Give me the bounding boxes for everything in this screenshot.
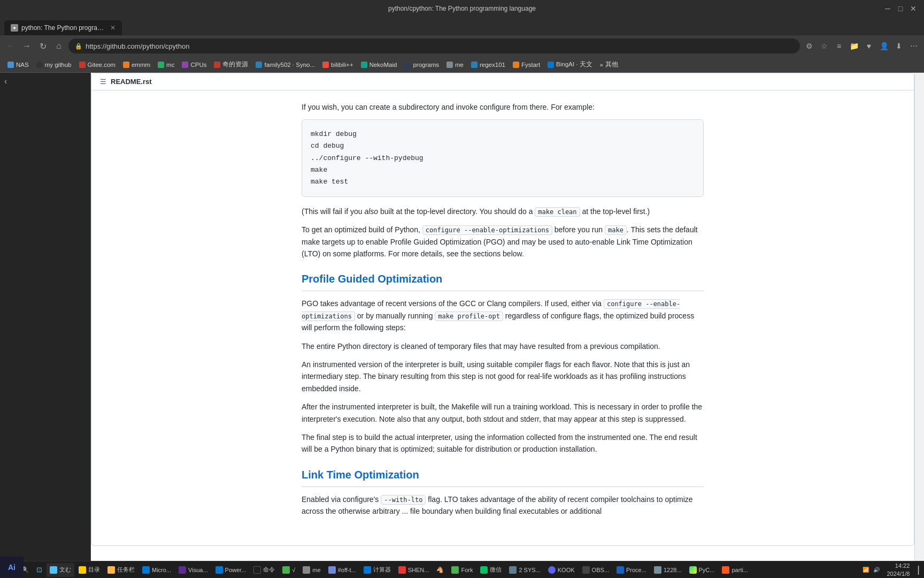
volume-icon[interactable]: 🔊	[872, 567, 881, 573]
taskbar-item-horse[interactable]: 🐴	[433, 563, 447, 577]
bookmark-qi[interactable]: 奇的资源	[211, 59, 251, 70]
address-bar: ← → ↻ ⌂ 🔒 https://github.com/python/cpyt…	[0, 35, 924, 57]
tab-favicon: ●	[11, 24, 18, 32]
para-lto-intro: Enabled via configure's --with-lto flag.…	[302, 493, 704, 518]
bookmark-bingai[interactable]: BingAI · 天文	[544, 59, 595, 70]
bookmark-programs[interactable]: programs	[401, 60, 442, 70]
power-label: Power...	[225, 567, 247, 573]
taskbar-item-visual[interactable]: Visua...	[175, 563, 211, 577]
show-desktop-button[interactable]: |	[915, 564, 922, 575]
tab-title: python: The Python programm...	[21, 24, 107, 32]
forward-button[interactable]: →	[20, 41, 33, 51]
sidebar-collapse-icon: ‹	[4, 77, 7, 86]
offt-icon	[328, 566, 336, 574]
readme-content: If you wish, you can create a subdirecto…	[289, 90, 717, 545]
minimize-button[interactable]: ─	[883, 4, 892, 13]
download-icon[interactable]: ⬇	[893, 42, 905, 50]
profile-icon[interactable]: 👤	[878, 42, 890, 50]
back-button[interactable]: ←	[4, 41, 17, 51]
taskbar-item-calc[interactable]: 计算器	[360, 563, 394, 577]
taskbar-item-obs[interactable]: OBS...	[579, 563, 612, 577]
cmd-icon	[253, 566, 261, 574]
taskbar-item-mulu[interactable]: 目录	[75, 563, 103, 577]
parti-label: parti...	[732, 567, 748, 573]
clock[interactable]: 14:22 2024/1/8	[883, 562, 913, 577]
taskbar-item-check[interactable]: √	[279, 563, 298, 577]
extensions-icon[interactable]: ⚙	[803, 42, 815, 50]
bookmark-fystart[interactable]: Fystart	[510, 60, 543, 70]
refresh-button[interactable]: ↻	[36, 41, 49, 51]
titlebar: python/cpython: The Python programming l…	[0, 0, 924, 17]
tab-close-button[interactable]: ✕	[110, 24, 116, 32]
bookmark-nas[interactable]: NAS	[4, 60, 32, 70]
lto-cut-text: ...	[402, 507, 409, 515]
content-area[interactable]: ☰ README.rst If you wish, you can create…	[91, 73, 914, 561]
sidebar-toggle[interactable]: ‹	[0, 73, 90, 90]
taskbar-item-proc[interactable]: Proce...	[613, 563, 650, 577]
code-line-3: ../configure --with-pydebug	[311, 153, 695, 164]
item1228-icon	[654, 566, 661, 574]
taskbar-item-kook[interactable]: KOOK	[545, 563, 578, 577]
url-bar[interactable]: 🔒 https://github.com/python/cpython	[68, 39, 800, 54]
micro-label: Micro...	[152, 567, 171, 573]
taskbar-item-2sys[interactable]: 2 SYS...	[506, 563, 543, 577]
inline-code-with-lto: --with-lto	[381, 495, 426, 505]
taskbar-item-wechat[interactable]: 微信	[477, 563, 505, 577]
code-line-5: make test	[311, 176, 695, 188]
bookmark-cpus[interactable]: CPUs	[179, 60, 210, 70]
star-icon[interactable]: ☆	[818, 42, 830, 50]
bookmark-emmm[interactable]: emmm	[120, 60, 153, 70]
sidebar: ‹	[0, 73, 91, 561]
inline-code-configure-opts: configure --enable-optimizations	[422, 225, 552, 235]
bookmark-mc[interactable]: mc	[155, 60, 178, 70]
inline-code-make-clean: make clean	[535, 207, 580, 217]
taskbar-item-renwu[interactable]: 任务栏	[104, 563, 138, 577]
taskbar-item-me[interactable]: me	[299, 563, 324, 577]
taskview-icon: ⊡	[36, 566, 42, 574]
para-pgo-step1: The entire Python directory is cleaned o…	[302, 340, 704, 352]
taskbar-item-task-view[interactable]: ⊡	[33, 563, 45, 577]
reader-icon[interactable]: ≡	[833, 42, 845, 50]
taskbar-item-pycharm[interactable]: PyC...	[686, 563, 718, 577]
para-optimized-build: To get an optimized build of Python, con…	[302, 224, 704, 260]
bookmark-family[interactable]: family502 · Syno...	[252, 60, 318, 70]
close-button[interactable]: ✕	[909, 4, 918, 13]
bookmark-github[interactable]: my github	[33, 60, 75, 70]
taskbar-item-cmd[interactable]: 命令	[250, 563, 278, 577]
bookmark-me[interactable]: me	[443, 60, 467, 70]
code-block-debug: mkdir debug cd debug ../configure --with…	[302, 119, 704, 196]
bookmark-gitee[interactable]: Gitee.com	[76, 60, 119, 70]
menu-icon[interactable]: ⋯	[908, 42, 920, 50]
bookmark-more[interactable]: » 其他	[597, 59, 621, 70]
taskbar-item-micro[interactable]: Micro...	[139, 563, 174, 577]
bookmark-neko[interactable]: NekoMaid	[358, 60, 401, 70]
taskbar-right: 📶 🔊 14:22 2024/1/8 |	[861, 562, 922, 577]
collections-icon[interactable]: 📁	[848, 42, 860, 50]
readme-header: ☰ README.rst	[91, 73, 914, 90]
check-label: √	[292, 567, 295, 573]
browser-tab[interactable]: ● python: The Python programm... ✕	[4, 20, 122, 35]
taskbar-item-fork[interactable]: Fork	[448, 563, 476, 577]
taskbar-item-offt[interactable]: #off-t...	[325, 563, 359, 577]
heading-pgo: Profile Guided Optimization	[302, 270, 704, 291]
proc-label: Proce...	[626, 567, 646, 573]
taskbar-item-parti[interactable]: parti...	[719, 563, 751, 577]
taskbar-item-1228[interactable]: 1228...	[651, 563, 685, 577]
maximize-button[interactable]: □	[896, 4, 905, 13]
network-icon[interactable]: 📶	[861, 567, 871, 573]
lock-icon: 🔒	[75, 43, 82, 50]
renwu-icon	[107, 566, 115, 574]
shen-label: SHEN...	[408, 567, 429, 573]
renwu-label: 任务栏	[117, 566, 135, 574]
pycharm-label: PyC...	[699, 567, 715, 573]
titlebar-title: python/cpython: The Python programming l…	[388, 5, 536, 12]
taskbar-item-power[interactable]: Power...	[212, 563, 250, 577]
bookmark-regex[interactable]: regex101	[468, 60, 509, 70]
ai-label[interactable]: Ai	[0, 557, 24, 578]
taskbar-item-wenmu[interactable]: 文む	[47, 563, 74, 577]
favorites-icon[interactable]: ♥	[863, 42, 875, 50]
home-button[interactable]: ⌂	[52, 41, 65, 51]
taskbar-item-shen[interactable]: SHEN...	[395, 563, 433, 577]
bookmark-bilibili[interactable]: bilibili++	[319, 60, 357, 70]
proc-icon	[617, 566, 624, 574]
